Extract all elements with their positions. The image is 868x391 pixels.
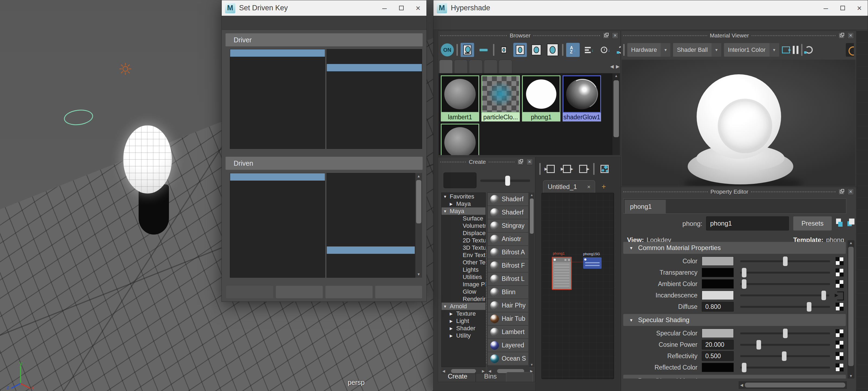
browser-float-icon[interactable]	[603, 32, 609, 39]
environment-dropdown[interactable]: Interior1 Color▼	[724, 43, 779, 57]
shader-list-scrollbar[interactable]: ▲▼	[529, 193, 534, 367]
material-render-view[interactable]	[622, 60, 856, 186]
slider-handle[interactable]	[756, 340, 761, 350]
driver-attribute-row[interactable]	[327, 101, 422, 108]
swatch-with-name-view-button[interactable]	[461, 43, 474, 57]
small-swatch-button[interactable]	[497, 43, 510, 57]
clear-graph-icon[interactable]	[598, 163, 611, 175]
sdk-button[interactable]	[226, 286, 273, 298]
driven-attribute-row[interactable]	[327, 232, 415, 239]
graph-tab-untitled[interactable]: Untitled_1 ×	[543, 180, 595, 193]
color-swatch[interactable]	[702, 329, 734, 338]
sdk-maximize-button[interactable]	[393, 0, 410, 16]
tree-item[interactable]: ▼ Maya	[441, 207, 486, 215]
browser-close-icon[interactable]: ✕	[612, 32, 618, 39]
pe-tab-phong1[interactable]: phong1	[625, 200, 666, 214]
driven-attribute-row[interactable]	[327, 261, 415, 269]
material-swatch[interactable]: shaderGlow1	[563, 75, 601, 121]
shader-node-item[interactable]: Ocean S	[488, 352, 528, 365]
tree-item[interactable]: ▼ Favorites	[441, 193, 486, 200]
driven-attribute-row[interactable]	[327, 195, 415, 202]
driven-attribute-row[interactable]	[327, 202, 415, 210]
driver-attribute-row[interactable]	[327, 49, 422, 57]
slider-handle[interactable]	[742, 268, 746, 277]
map-texture-icon[interactable]	[836, 352, 844, 360]
tree-item[interactable]: Utilities	[441, 273, 486, 281]
pe-float-icon[interactable]	[838, 189, 845, 195]
graph-tab-close-icon[interactable]: ×	[587, 184, 590, 190]
tree-item[interactable]: ▶ Utility	[441, 332, 486, 339]
geometry-dropdown[interactable]: Shader Ball▼	[673, 43, 721, 57]
driven-attribute-row[interactable]	[327, 239, 415, 247]
tree-item[interactable]: Lights	[441, 266, 486, 273]
sdk-button[interactable]	[375, 286, 422, 298]
turntable-icon[interactable]	[782, 46, 790, 53]
swatch-size-slider[interactable]	[480, 179, 530, 182]
driver-attribute-row[interactable]	[327, 79, 422, 86]
driver-attribute-row[interactable]	[327, 93, 422, 101]
filter-on-button[interactable]: ON	[441, 44, 454, 56]
point-light-icon[interactable]	[118, 62, 132, 76]
tab-bins[interactable]: Bins	[477, 371, 504, 382]
section-bump-normal-mapping[interactable]: ▼ Bump/Normal Mapping	[623, 375, 846, 379]
driven-attribute-row[interactable]	[327, 217, 415, 225]
pause-render-icon[interactable]	[793, 46, 799, 54]
shader-node-item[interactable]: Stingray	[488, 219, 528, 232]
driver-attribute-row[interactable]	[327, 57, 422, 64]
tree-item[interactable]: Image Plan	[441, 281, 486, 288]
driven-attribute-list[interactable]	[327, 173, 422, 278]
value-field[interactable]: 20.000	[702, 340, 734, 350]
driven-attribute-row[interactable]	[327, 173, 415, 180]
hs-minimize-button[interactable]: –	[817, 0, 834, 16]
map-texture-icon[interactable]	[836, 257, 844, 265]
node-header[interactable]	[553, 258, 571, 262]
browser-tab[interactable]	[484, 60, 497, 73]
add-graph-tab-button[interactable]: +	[595, 180, 613, 193]
graph-input-output-connections-icon[interactable]: ▶▶	[561, 163, 573, 175]
tree-item[interactable]: ▶ Light	[441, 317, 486, 325]
node-name-field[interactable]: phong1	[706, 216, 789, 230]
material-thumbnail[interactable]	[563, 75, 601, 113]
tree-arrow-icon[interactable]: ▶	[450, 312, 456, 316]
driven-attribute-row[interactable]	[327, 180, 415, 188]
driver-attribute-row[interactable]	[327, 64, 422, 71]
tree-item[interactable]: Glow	[441, 288, 486, 295]
sort-alphabetical-button[interactable]: AZ↓	[566, 43, 580, 57]
shader-node-item[interactable]: Hair Phy	[488, 299, 528, 312]
nurbs-circle[interactable]	[63, 108, 94, 127]
tree-arrow-icon[interactable]: ▶	[450, 319, 456, 323]
mv-close-icon[interactable]: ✕	[847, 32, 854, 39]
material-swatch[interactable]: particleClo...	[482, 75, 520, 121]
section-common-material-properties[interactable]: ▼ Common Material Properties	[623, 242, 846, 254]
tree-item[interactable]: ▼ Arnold	[441, 303, 486, 310]
shader-node-item[interactable]: Shaderf	[488, 193, 528, 205]
tree-item[interactable]: Volumetric	[441, 222, 486, 229]
presets-button[interactable]: Presets	[793, 216, 832, 230]
sdk-titlebar[interactable]: M Set Driven Key – ×	[222, 0, 427, 16]
swatch-scrollbar[interactable]: ▲	[613, 73, 620, 155]
slider-handle[interactable]	[742, 363, 746, 372]
attribute-slider[interactable]	[740, 272, 830, 274]
scroll-down-icon[interactable]: ▼	[415, 271, 422, 278]
attribute-slider[interactable]	[740, 295, 829, 296]
value-field[interactable]: 0.500	[702, 351, 734, 361]
material-thumbnail[interactable]	[441, 124, 479, 155]
map-texture-icon[interactable]	[836, 329, 844, 337]
slider-handle[interactable]	[742, 279, 746, 289]
map-texture-icon[interactable]	[836, 280, 844, 288]
slider-handle[interactable]	[807, 302, 811, 312]
driven-attribute-row[interactable]	[327, 269, 415, 276]
shader-node-item[interactable]: Lambert	[488, 326, 528, 338]
large-swatch-button[interactable]	[530, 43, 543, 57]
phong-node[interactable]	[552, 257, 572, 290]
sort-by-type-button[interactable]: ↓	[582, 43, 596, 57]
attribute-slider[interactable]	[740, 367, 830, 368]
driver-object-list[interactable]	[230, 49, 325, 149]
color-swatch[interactable]	[702, 256, 734, 266]
shader-node-item[interactable]: Blinn	[488, 286, 528, 299]
pe-scrollbar[interactable]: ▲▼	[847, 240, 855, 379]
color-swatch[interactable]	[702, 279, 734, 288]
driver-object-row[interactable]	[230, 49, 325, 57]
slider-handle[interactable]	[783, 329, 787, 338]
tree-arrow-icon[interactable]: ▼	[443, 194, 450, 199]
